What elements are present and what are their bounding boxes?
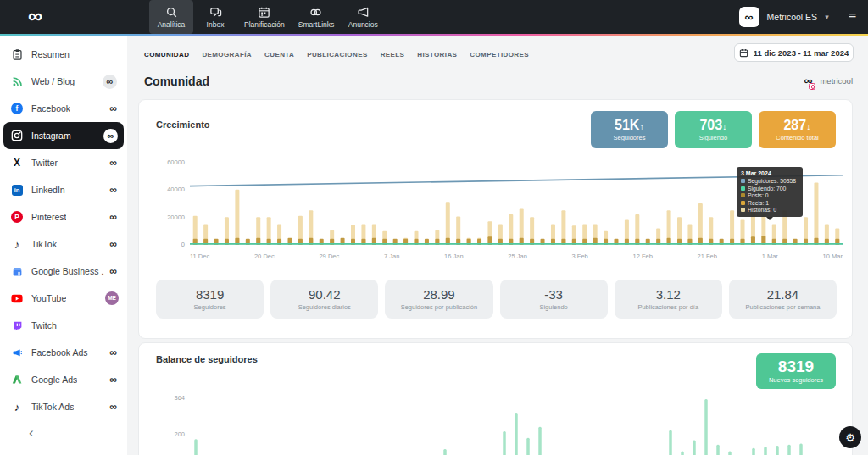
sidebar-item-resumen[interactable]: Resumen <box>0 41 127 68</box>
tooltip-row: Reels: 1 <box>741 200 798 206</box>
tab-reels[interactable]: REELS <box>381 48 405 61</box>
facebook-icon: f <box>10 102 24 115</box>
sidebar: Resumen Web / Blog ∞ f Facebook ∞ Instag… <box>0 36 127 455</box>
y-tick: 364 <box>149 394 185 402</box>
sidebar-item-google-ads[interactable]: Google Ads ∞ <box>0 366 127 393</box>
nav-anuncios[interactable]: Anuncios <box>341 0 385 34</box>
sidebar-item-google-business[interactable]: Google Business ... ∞ <box>0 258 127 285</box>
connection-badge: ∞ <box>109 185 117 195</box>
nav-anuncios-label: Anuncios <box>348 20 378 29</box>
stat-siguiendo: -33Siguiendo <box>500 280 608 319</box>
tab-historias[interactable]: HISTORIAS <box>417 48 457 61</box>
y-tick: 0 <box>149 241 185 248</box>
tooltip-date: 3 Mar 2024 <box>741 170 798 176</box>
nav-analitica[interactable]: Analítica <box>149 0 193 34</box>
x-axis-labels: 11 Dec20 Dec29 Dec7 Jan16 Jan25 Jan3 Feb… <box>190 252 843 260</box>
pinterest-icon: P <box>10 210 24 224</box>
sidebar-item-facebook-ads[interactable]: Facebook Ads ∞ <box>0 339 127 366</box>
megaphone-icon <box>357 6 370 19</box>
connection-badge: ∞ <box>109 266 117 276</box>
sidebar-item-tiktok-ads[interactable]: ♪ TikTok Ads ∞ <box>0 393 127 420</box>
x-tick: 25 Jan <box>508 252 527 260</box>
growth-title: Crecimiento <box>156 119 210 130</box>
sidebar-item-instagram[interactable]: Instagram ∞ <box>3 122 124 149</box>
arrow-down-icon: ↓ <box>806 121 811 131</box>
balance-card: Balance de seguidores 8319 Nuevos seguid… <box>138 342 853 455</box>
menu-icon[interactable]: ≡ <box>849 9 856 25</box>
brand-avatar[interactable]: ∞ <box>739 7 760 27</box>
profile-avatar: ME <box>105 291 119 305</box>
tab-comunidad[interactable]: COMUNIDAD <box>144 48 189 61</box>
page-title: Comunidad <box>144 75 209 88</box>
stat-seguidores: 8319Seguidores <box>156 280 264 319</box>
tiktok-icon: ♪ <box>10 237 24 251</box>
x-tick: 7 Jan <box>384 252 399 260</box>
connection-badge: ∞ <box>109 402 117 412</box>
x-tick: 21 Feb <box>698 252 717 260</box>
sidebar-item-tiktok[interactable]: ♪ TikTok ∞ <box>0 230 127 258</box>
calendar-icon <box>258 6 270 19</box>
connection-badge: ∞ <box>109 212 117 222</box>
nav-planificacion[interactable]: Planificación <box>237 0 292 34</box>
connection-badge: ∞ <box>109 158 117 168</box>
settings-fab[interactable]: ⚙ <box>839 426 861 448</box>
x-twitter-icon: X <box>10 156 24 169</box>
date-range-picker[interactable]: 11 dic 2023 - 11 mar 2024 <box>734 43 854 62</box>
chevron-down-icon[interactable]: ▾ <box>825 13 829 21</box>
connected-account-name: metricool <box>820 76 853 86</box>
topbar-account-area: ∞ Metricool ES ▾ ≡ <box>739 0 856 34</box>
sidebar-item-twitter[interactable]: X Twitter ∞ <box>0 149 127 176</box>
sidebar-item-pinterest[interactable]: P Pinterest ∞ <box>0 203 127 230</box>
kpi-seguidores[interactable]: 51K↑ Seguidores <box>591 111 668 148</box>
tab-competidores[interactable]: COMPETIDORES <box>470 48 529 61</box>
x-tick: 16 Jan <box>444 252 464 260</box>
sidebar-collapse-button[interactable]: ‹ <box>29 424 34 441</box>
metricool-account-icon: ∞ <box>804 75 812 86</box>
tiktok-icon: ♪ <box>10 400 24 413</box>
rss-icon <box>10 75 24 88</box>
tooltip-row: Seguidores: 50358 <box>741 178 798 184</box>
nav-smartlinks[interactable]: SmartLinks <box>292 0 342 34</box>
stat-seguidores-por-publicacion: 28.99Seguidores por publicación <box>385 280 492 319</box>
balance-chart[interactable] <box>190 390 843 455</box>
sidebar-item-web-blog[interactable]: Web / Blog ∞ <box>0 68 127 95</box>
nav-smartlinks-label: SmartLinks <box>298 20 335 29</box>
connection-badge: ∞ <box>109 239 117 249</box>
y-tick: 60000 <box>149 158 185 166</box>
tab-publicaciones[interactable]: PUBLICACIONES <box>307 48 367 61</box>
y-tick: 20000 <box>149 214 185 221</box>
nav-planificacion-label: Planificación <box>244 20 285 29</box>
growth-stats: 8319Seguidores 90.42Seguidores diarios 2… <box>156 280 837 319</box>
kpi-siguiendo[interactable]: 703↓ Siguiendo <box>675 111 752 148</box>
brand-gradient-bar <box>0 34 868 36</box>
x-tick: 20 Dec <box>254 252 275 260</box>
connection-badge: ∞ <box>109 103 117 114</box>
sidebar-item-twitch[interactable]: Twitch <box>0 312 127 339</box>
x-tick: 10 Mar <box>823 252 843 260</box>
search-icon <box>165 6 178 19</box>
sidebar-item-facebook[interactable]: f Facebook ∞ <box>0 95 127 122</box>
nav-inbox[interactable]: Inbox <box>193 0 237 34</box>
top-navbar: ∞ Analítica Inbox Planificación <box>0 0 868 34</box>
calendar-icon <box>739 48 748 58</box>
metricool-app: ∞ Analítica Inbox Planificación <box>0 0 868 455</box>
tab-cuenta[interactable]: CUENTA <box>264 48 294 61</box>
sidebar-item-youtube[interactable]: YouTube ME <box>0 285 127 312</box>
kpi-nuevos-seguidores[interactable]: 8319 Nuevos seguidores <box>756 353 836 389</box>
connected-account[interactable]: ∞ metricool <box>804 75 853 86</box>
connection-badge: ∞ <box>103 129 118 143</box>
brand-name[interactable]: Metricool ES <box>767 12 818 22</box>
x-tick: 12 Feb <box>633 252 653 260</box>
instagram-icon <box>10 129 24 142</box>
kpi-contenido-total[interactable]: 287↓ Contenido total <box>759 111 836 148</box>
megaphone-icon <box>10 346 24 359</box>
gear-icon: ⚙ <box>845 431 855 444</box>
chart-tooltip: 3 Mar 2024 Seguidores: 50358Siguiendo: 7… <box>737 167 803 217</box>
tab-demografía[interactable]: DEMOGRAFÍA <box>202 48 252 61</box>
sidebar-item-linkedin[interactable]: in LinkedIn ∞ <box>0 176 127 203</box>
connection-badge: ∞ <box>109 375 117 385</box>
youtube-icon <box>10 291 24 305</box>
tooltip-row: Posts: 0 <box>741 192 798 198</box>
storefront-icon <box>10 264 24 278</box>
metricool-logo-icon[interactable]: ∞ <box>28 4 42 28</box>
